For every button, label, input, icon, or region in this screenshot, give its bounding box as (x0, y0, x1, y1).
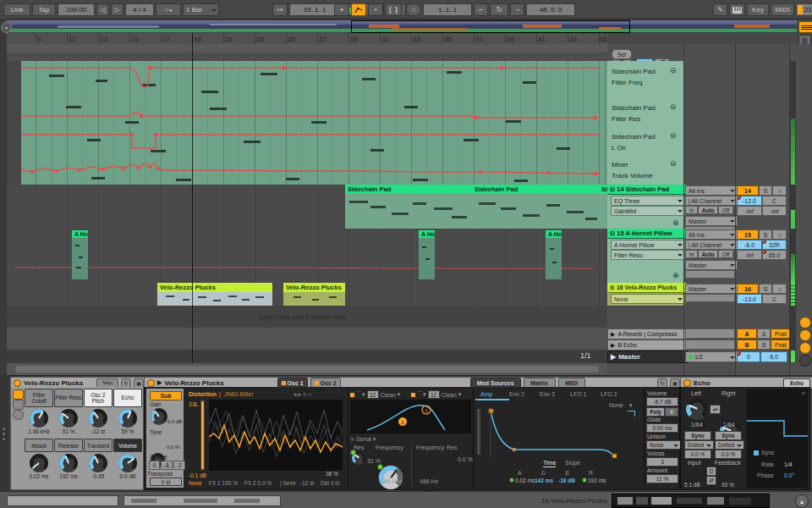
echo-drive-button[interactable]: D (706, 467, 716, 476)
loop-length-display[interactable]: 48. 0. 0 (526, 3, 575, 16)
lane-header-l-on[interactable]: Sidechain Pad L On ⊖ (607, 129, 683, 157)
beat-time-ruler[interactable]: 9 11 13 15 17 19 21 23 25 27 29 31 33 35… (7, 33, 607, 45)
macro-knob[interactable] (30, 409, 48, 428)
track-15-solo[interactable]: S (759, 229, 772, 240)
add-automation-lane-icon[interactable]: ⊕ (672, 218, 679, 227)
remove-lane-icon[interactable]: ⊖ (670, 159, 677, 168)
punch-in-icon[interactable]: ⌐ (474, 3, 488, 16)
macro-knob[interactable] (59, 454, 78, 472)
sustain-value[interactable]: -18 dB (558, 478, 575, 483)
transpose-value[interactable]: 0 st (150, 478, 182, 486)
unison-mode-menu[interactable]: Noise (646, 440, 681, 450)
loop-start-display[interactable]: 1. 1. 1 (423, 3, 472, 16)
track-15-input-type[interactable]: All Ins (685, 229, 738, 240)
show-macros-icon[interactable] (13, 400, 24, 410)
gain-knob[interactable] (151, 408, 167, 425)
stereo-link-icon[interactable]: ⇄ (710, 405, 721, 414)
tab-lfo1[interactable]: LFO 1 (570, 391, 586, 397)
track-14-device-chooser-1[interactable]: EQ Three (611, 196, 685, 206)
octave-0[interactable]: 0 (149, 461, 160, 470)
device-on-led[interactable] (147, 379, 155, 387)
master-header[interactable]: ▶Master (607, 351, 689, 363)
track-15-header[interactable]: ⊙15 A Hornet Pillow A Hornet Pillow Filt… (607, 229, 683, 284)
unison-amount-value[interactable]: 11 % (646, 474, 678, 483)
overview-menu-icon[interactable] (798, 21, 812, 33)
tab-env3[interactable]: Env 3 (540, 391, 555, 397)
remove-lane-icon[interactable]: ⊖ (670, 66, 677, 75)
octave-minus1[interactable]: -1 (161, 461, 173, 470)
time-signature[interactable]: 4 / 4 (125, 3, 154, 16)
lane-header-track-volume[interactable]: Mixer Track Volume ⊖ (607, 157, 683, 185)
draw-mode-icon[interactable]: ✎ (713, 3, 727, 16)
return-b-header[interactable]: ▶B Echo (607, 340, 689, 351)
track-16-output-channel[interactable] (685, 294, 735, 302)
decay-value[interactable]: 142 ms (535, 478, 553, 483)
macro-map-button[interactable]: Map (96, 378, 118, 388)
track-14-input-channel[interactable]: | All Channel (685, 196, 738, 206)
filter-routing-menu[interactable]: ∞ Serial ▾ (350, 435, 376, 443)
track-15-monitor[interactable]: In Auto Off (685, 250, 733, 258)
track-14-solo[interactable]: S (759, 185, 772, 196)
clip-sidechain-pad-2[interactable]: Sidechain Pad (472, 185, 599, 229)
track-fold-icon[interactable]: ⊙ (610, 229, 615, 237)
overview-viewport[interactable] (351, 20, 630, 33)
filter-2-on-icon[interactable] (411, 393, 415, 397)
clip-sidechain-pad-3[interactable]: Sid (599, 185, 607, 229)
add-automation-lane-icon[interactable]: ⊕ (672, 271, 679, 279)
filter-1-on-icon[interactable] (350, 393, 354, 397)
reenable-automation-icon[interactable]: + (368, 3, 383, 16)
automation-lane-l-on[interactable] (7, 129, 607, 157)
track-15-volume[interactable]: -6.0 (737, 240, 762, 250)
track-14-pan[interactable]: C (762, 196, 787, 206)
track-14-input-type[interactable]: All Ins (685, 185, 738, 196)
return-b-pre-post[interactable]: Post (771, 340, 791, 350)
track-16-device-chooser[interactable]: None (611, 294, 685, 304)
release-value[interactable]: 192 ms (582, 478, 606, 483)
macro-knob[interactable] (118, 454, 137, 472)
clip-velo-rezzo-1[interactable]: Velo-Rezzo Plucks (157, 283, 272, 306)
fx1-value[interactable]: FX 1 100 % (209, 480, 238, 486)
arrangement-position[interactable]: 19. 1. 1 (289, 3, 340, 16)
return-a-header[interactable]: ▶A Reverb | Compresso (607, 329, 689, 340)
monitor-in[interactable]: In (685, 206, 698, 214)
fold-icon[interactable]: ▶ (611, 353, 616, 361)
track-15-input-channel[interactable]: | All Channel (685, 240, 738, 250)
return-a-activator[interactable]: A (737, 329, 757, 339)
lane-header-filter-res[interactable]: Sidechain Pad Filter Res ⊖ (607, 99, 683, 130)
overdub-icon[interactable]: + (334, 3, 349, 16)
macro-knob[interactable] (118, 409, 137, 428)
track-14-send-b[interactable]: -inf (762, 206, 787, 216)
track-16-output[interactable]: Master (685, 284, 738, 294)
echo-rate-value[interactable]: 1/4 (784, 461, 793, 467)
track-fold-icon[interactable]: ⊙ (610, 185, 615, 193)
filter-2-circuit[interactable]: Clean (442, 392, 457, 398)
track-14-title-bar[interactable]: ⊙14 Sidechain Pad (607, 185, 686, 195)
track-14-send-a[interactable]: -inf (737, 206, 762, 216)
echo-phase-value[interactable]: 0.0° (784, 472, 795, 478)
poly-mode-button[interactable]: Poly (646, 407, 665, 417)
wavetable-preset[interactable]: JN60 Bitter (224, 391, 254, 397)
track-16-title-bar[interactable]: ⊙16 Velo-Rezzo Plucks (607, 283, 686, 293)
return-b-solo[interactable]: S (757, 340, 771, 350)
track-16-activator[interactable]: 16 (737, 284, 759, 294)
echo-right-sync[interactable]: Sync (715, 431, 742, 440)
track-14-arm-icon[interactable]: ○ (772, 185, 787, 196)
device-on-led[interactable] (14, 379, 21, 387)
macro-knob[interactable] (89, 454, 107, 472)
remove-lane-icon[interactable]: ⊖ (670, 102, 677, 111)
monitor-in[interactable]: In (685, 250, 698, 258)
echo-input-value[interactable]: 5.1 dB (684, 482, 700, 488)
device-chain-minimap[interactable] (612, 494, 770, 508)
clip-velo-rezzo-2[interactable]: Velo-Rezzo Plucks (283, 283, 345, 306)
track-16-lane[interactable]: Velo-Rezzo Plucks Velo-Rezzo Plucks (7, 283, 607, 306)
scrub-area[interactable] (7, 44, 607, 62)
fold-icon[interactable]: ▶ (611, 331, 615, 338)
filter-1-type-icon[interactable]: ⌒▾ (356, 390, 365, 399)
return-b-lane[interactable] (7, 339, 607, 351)
return-b-activator[interactable]: B (737, 340, 757, 350)
hide-device-view-button[interactable]: ▲ (795, 494, 809, 508)
track-fold-icon[interactable]: ⊙ (610, 284, 615, 291)
track-14-activator[interactable]: 14 (737, 185, 759, 196)
capture-midi-icon[interactable] (385, 3, 402, 16)
midi-overdub-icon[interactable]: ○ (406, 3, 421, 16)
